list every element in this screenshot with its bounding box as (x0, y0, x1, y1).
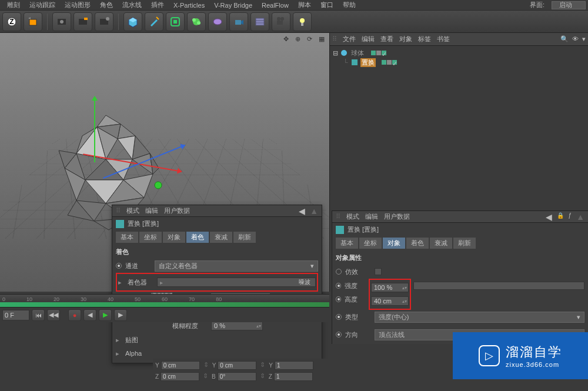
radio-emulate[interactable] (336, 269, 342, 275)
rtab-coord[interactable]: 坐标 (359, 238, 382, 249)
scale-z-input[interactable] (274, 372, 313, 381)
menu-plugins[interactable]: 插件 (146, 1, 169, 9)
radio-type[interactable] (336, 314, 342, 320)
menu-realflow[interactable]: RealFlow (257, 2, 293, 9)
tab-refresh[interactable]: 刷新 (233, 232, 256, 243)
rtab-object[interactable]: 对象 (383, 238, 405, 249)
frame-current-input[interactable]: 0 F (2, 310, 29, 320)
om-tab-edit[interactable]: 编辑 (362, 35, 375, 44)
om-tab-object[interactable]: 对象 (399, 35, 412, 44)
strength-input[interactable]: 100 %▴▾ (371, 283, 409, 292)
rtab-basic[interactable]: 基本 (336, 238, 358, 249)
rtab-falloff[interactable]: 衰减 (430, 238, 452, 249)
nav-up-icon[interactable]: ▲ (310, 206, 318, 216)
menu-window[interactable]: 窗口 (316, 1, 338, 9)
tree-row-displacer[interactable]: └ 置换 ✓ (332, 58, 586, 67)
viewport-move-icon[interactable]: ✥ (283, 35, 292, 44)
tab-basic[interactable]: 基本 (116, 232, 138, 243)
expand-shader-icon[interactable]: ▸ (118, 279, 124, 286)
menu-mograph[interactable]: 运动图形 (60, 1, 95, 9)
menu-xparticles[interactable]: X-Particles (169, 2, 209, 9)
viewport-zoom-icon[interactable]: ⊕ (295, 35, 303, 44)
render-settings-button[interactable] (95, 12, 113, 31)
play-button[interactable]: ▶ (99, 309, 112, 321)
redo-button[interactable] (24, 12, 42, 31)
search-icon[interactable]: 🔍 (560, 35, 569, 43)
om-tab-bookmarks[interactable]: 书签 (437, 35, 450, 44)
tab-shading[interactable]: 着色 (186, 232, 209, 243)
timeline-track[interactable] (0, 302, 329, 307)
apr-userdata[interactable]: 用户数据 (384, 212, 410, 221)
primitive-cube-button[interactable] (123, 12, 142, 31)
radio-direction[interactable] (336, 332, 342, 337)
render-picture-button[interactable] (74, 12, 92, 31)
filter-icon[interactable]: ▾ (582, 35, 586, 43)
tab-coord[interactable]: 坐标 (139, 232, 162, 243)
movie-camera-button[interactable] (272, 12, 290, 31)
menu-sculpt[interactable]: 雕刻 (2, 1, 25, 9)
tab-object[interactable]: 对象 (163, 232, 185, 243)
prev-key-button[interactable]: ◀◀ (47, 309, 60, 321)
radio-channel[interactable] (116, 263, 122, 269)
expand-texture-icon[interactable]: ▸ (116, 336, 122, 344)
blur-scale-input[interactable]: 0 %▴▾ (211, 321, 263, 330)
rot-b-input[interactable] (218, 372, 256, 381)
pos-z-input[interactable] (161, 372, 199, 381)
viewport-rotate-icon[interactable]: ⟳ (307, 35, 315, 44)
timeline-ruler[interactable]: 01020304050607080 (0, 294, 329, 302)
next-frame-button[interactable]: ▶ (114, 309, 127, 321)
render-view-button[interactable] (52, 12, 71, 31)
apr-edit[interactable]: 编辑 (365, 212, 378, 221)
camera-button[interactable] (229, 12, 248, 31)
channel-dropdown[interactable]: 自定义着色器▾ (155, 260, 318, 272)
ap-userdata[interactable]: 用户数据 (164, 206, 190, 215)
om-tab-view[interactable]: 查看 (380, 35, 393, 44)
om-tab-tags[interactable]: 标签 (418, 35, 431, 44)
strength-slider[interactable] (413, 282, 584, 290)
tab-falloff[interactable]: 衰减 (210, 232, 232, 243)
menu-help[interactable]: 帮助 (338, 1, 360, 9)
menu-tracking[interactable]: 运动跟踪 (25, 1, 60, 9)
size-y-input[interactable] (218, 361, 256, 370)
axis-y[interactable] (94, 98, 95, 162)
menu-pipeline[interactable]: 流水线 (118, 1, 146, 9)
apr-mode[interactable]: 模式 (346, 212, 359, 221)
pos-y-input[interactable] (161, 361, 200, 370)
generator-button[interactable] (166, 12, 185, 31)
prev-frame-button[interactable]: ◀ (83, 309, 96, 321)
interface-select[interactable]: 启动 (552, 1, 586, 9)
viewport-layout-icon[interactable]: ▦ (319, 35, 327, 44)
goto-start-button[interactable]: ⏮ (32, 309, 45, 321)
scale-y-input[interactable] (275, 361, 313, 370)
ap-mode[interactable]: 模式 (126, 206, 139, 215)
handle-z-icon[interactable] (153, 180, 163, 191)
nav-back-icon[interactable]: ◀ (299, 206, 305, 216)
ap-edit[interactable]: 编辑 (145, 206, 158, 215)
lock-icon[interactable]: 🔒 (557, 212, 564, 222)
om-tab-file[interactable]: 文件 (343, 35, 356, 44)
spline-pen-button[interactable] (145, 12, 163, 31)
menu-vray[interactable]: V-Ray Bridge (209, 2, 257, 9)
rtab-shading[interactable]: 着色 (406, 238, 429, 249)
menu-script[interactable]: 脚本 (293, 1, 316, 9)
eye-icon[interactable]: 👁 (572, 35, 579, 43)
undo-button[interactable]: Z (2, 12, 21, 31)
radio-strength[interactable] (336, 283, 341, 289)
nav-back-icon[interactable]: ◀ (546, 212, 552, 222)
height-input[interactable]: 40 cm▴▾ (371, 296, 409, 306)
radio-height[interactable] (336, 296, 341, 302)
rtab-refresh[interactable]: 刷新 (453, 238, 476, 249)
expand-icon[interactable]: ⊟ (332, 49, 338, 57)
shader-bar[interactable]: ▸ 噪波 (157, 278, 316, 287)
tree-row-sphere[interactable]: ⊟ 球体 ✓ (332, 48, 586, 58)
expand-alpha-icon[interactable]: ▸ (116, 350, 122, 357)
nav-up-icon[interactable]: ▲ (576, 212, 584, 222)
fn-icon[interactable]: ƒ (569, 212, 572, 222)
emulate-checkbox[interactable] (375, 268, 382, 275)
environment-button[interactable] (208, 12, 227, 31)
record-button[interactable]: ● (68, 309, 81, 321)
light-button[interactable] (293, 12, 312, 31)
type-dropdown[interactable]: 强度(中心)▾ (375, 312, 584, 323)
scene-button[interactable] (250, 12, 269, 31)
deformer-button[interactable] (187, 12, 206, 31)
